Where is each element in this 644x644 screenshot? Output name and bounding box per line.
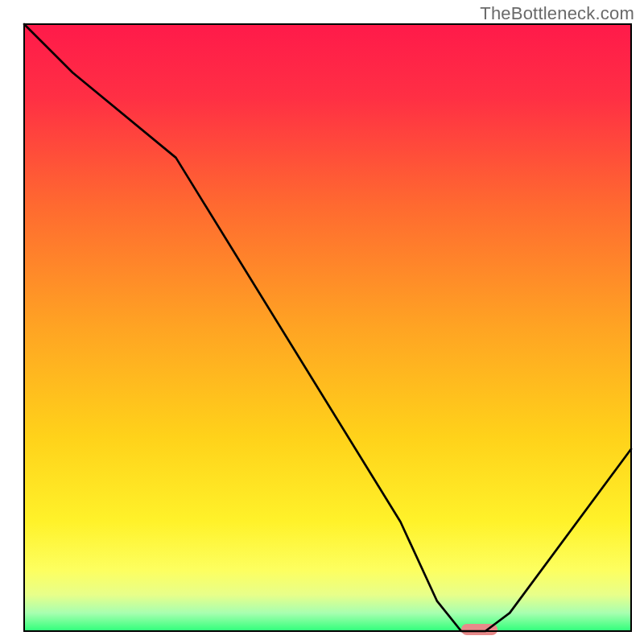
plot-background [24,24,631,631]
bottleneck-chart [0,0,644,644]
chart-container: TheBottleneck.com [0,0,644,644]
